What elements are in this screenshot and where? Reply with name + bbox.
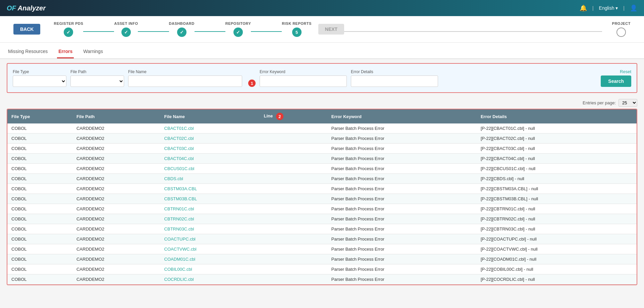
file-type-label: File Type — [13, 69, 66, 74]
cell-file-name: CBACT03C.cbl — [160, 144, 260, 154]
filter-group-error-details: Error Details — [351, 69, 438, 87]
table-row: COBOL CARDDEMO2 CBACT04C.cbl Parser Batc… — [7, 154, 637, 164]
cell-file-name: CBTRN02C.cbl — [160, 214, 260, 224]
file-name-link[interactable]: COCRDLIC.cbl — [164, 277, 194, 282]
cell-file-path: CARDDEMO2 — [72, 244, 160, 254]
file-name-link[interactable]: CBACT02C.cbl — [164, 136, 194, 141]
file-type-select[interactable]: COBOL — [13, 75, 66, 87]
tab-missing-resources[interactable]: Missing Resources — [7, 47, 49, 58]
step-dashboard: DASHBOARD ✓ — [169, 21, 195, 37]
cell-file-type: COBOL — [7, 264, 72, 274]
stepper: REGISTER PDS ✓ ASSET INFO ✓ DASHBOARD ✓ … — [54, 21, 311, 37]
table-row: COBOL CARDDEMO2 CBACT03C.cbl Parser Batc… — [7, 144, 637, 154]
step-repository-circle: ✓ — [233, 28, 243, 37]
col-header-file-path: File Path — [72, 109, 160, 123]
table-row: COBOL CARDDEMO2 CBSTM03B.CBL Parser Batc… — [7, 194, 637, 204]
cell-error-details: [P-22][COCRDLIC.cbl] - null — [477, 274, 637, 285]
cell-file-path: CARDDEMO2 — [72, 224, 160, 234]
cell-file-type: COBOL — [7, 254, 72, 264]
file-name-link[interactable]: CBSTM03A.CBL — [164, 186, 197, 191]
cell-file-name: CBCUS01C.cbl — [160, 164, 260, 174]
file-name-link[interactable]: COACTUPC.cbl — [164, 237, 196, 242]
cell-file-type: COBOL — [7, 194, 72, 204]
file-name-link[interactable]: COADM01C.cbl — [164, 257, 195, 262]
cell-error-details: [P-22][CBTRN03C.cbl] - null — [477, 224, 637, 234]
cell-file-type: COBOL — [7, 234, 72, 244]
cell-error-keyword: Parser Batch Process Error — [327, 154, 477, 164]
cell-file-type: COBOL — [7, 214, 72, 224]
entries-per-page-select[interactable]: 25 50 100 — [619, 99, 637, 107]
cell-error-details: [P-22][CBSTM03A.CBL] - null — [477, 184, 637, 194]
filter-group-error-keyword: Error Keyword — [260, 69, 347, 87]
file-name-link[interactable]: COBIL00C.cbl — [164, 267, 192, 272]
table-header-row: Entries per page: 25 50 100 — [0, 97, 644, 109]
table-row: COBOL CARDDEMO2 COACTVWC.cbl Parser Batc… — [7, 244, 637, 254]
file-name-link[interactable]: CBACT04C.cbl — [164, 156, 194, 161]
file-name-link[interactable]: CBDS.cbl — [164, 176, 183, 181]
cell-error-keyword: Parser Batch Process Error — [327, 224, 477, 234]
filter-group-file-type: File Type COBOL — [13, 69, 66, 87]
table-row: COBOL CARDDEMO2 COACTUPC.cbl Parser Batc… — [7, 234, 637, 244]
file-name-label: File Name — [128, 69, 242, 74]
file-path-select[interactable]: CARDDEMO2 — [70, 75, 124, 87]
back-button[interactable]: BACK — [13, 24, 40, 35]
file-name-link[interactable]: COACTVWC.cbl — [164, 247, 197, 252]
filter-row: File Type COBOL File Path CARDDEMO2 File… — [13, 69, 631, 87]
cell-error-keyword: Parser Batch Process Error — [327, 214, 477, 224]
errors-table: File Type File Path File Name Line 2 Err… — [7, 109, 637, 285]
reset-button[interactable]: Reset — [620, 69, 631, 74]
tab-warnings[interactable]: Warnings — [82, 47, 104, 58]
file-name-link[interactable]: CBACT01C.cbl — [164, 126, 194, 131]
step-repository-label: REPOSITORY — [225, 21, 251, 25]
cell-file-type: COBOL — [7, 244, 72, 254]
error-keyword-input[interactable] — [260, 75, 347, 87]
step-risk-reports-circle: 5 — [292, 28, 302, 37]
file-name-link[interactable]: CBCUS01C.cbl — [164, 166, 195, 171]
cell-line — [260, 144, 327, 154]
cell-file-name: CBACT01C.cbl — [160, 123, 260, 134]
cell-error-keyword: Parser Batch Process Error — [327, 254, 477, 264]
cell-file-path: CARDDEMO2 — [72, 194, 160, 204]
file-name-link[interactable]: CBTRN03C.cbl — [164, 226, 194, 232]
user-icon[interactable]: 👤 — [630, 4, 637, 12]
step-asset-info-label: ASSET INFO — [114, 21, 138, 25]
table-header: File Type File Path File Name Line 2 Err… — [7, 109, 637, 123]
cell-file-name: CBSTM03A.CBL — [160, 184, 260, 194]
cell-file-type: COBOL — [7, 274, 72, 285]
table-container: File Type File Path File Name Line 2 Err… — [7, 109, 637, 285]
table-row: COBOL CARDDEMO2 CBSTM03A.CBL Parser Batc… — [7, 184, 637, 194]
notification-icon[interactable]: 🔔 — [580, 4, 587, 12]
step-register-pds-circle: ✓ — [64, 28, 73, 37]
cell-file-name: COACTVWC.cbl — [160, 244, 260, 254]
table-row: COBOL CARDDEMO2 CBCUS01C.cbl Parser Batc… — [7, 164, 637, 174]
cell-error-details: [P-22][CBTRN01C.cbl] - null — [477, 204, 637, 214]
cell-line — [260, 164, 327, 174]
next-button[interactable]: NEXT — [318, 24, 344, 35]
cell-error-details: [P-22][CBACT02C.cbl] - null — [477, 134, 637, 144]
file-name-link[interactable]: CBTRN01C.cbl — [164, 206, 194, 211]
table-row: COBOL CARDDEMO2 CBTRN01C.cbl Parser Batc… — [7, 204, 637, 214]
project-circle — [616, 28, 626, 37]
cell-file-name: COADM01C.cbl — [160, 254, 260, 264]
error-details-input[interactable] — [351, 75, 438, 87]
stepper-bar: BACK REGISTER PDS ✓ ASSET INFO ✓ DASHBOA… — [0, 16, 644, 43]
search-button[interactable]: Search — [601, 75, 631, 87]
cell-file-type: COBOL — [7, 123, 72, 134]
tab-errors[interactable]: Errors — [57, 47, 74, 58]
cell-error-details: [P-22][CBACT03C.cbl] - null — [477, 144, 637, 154]
file-name-link[interactable]: CBTRN02C.cbl — [164, 216, 194, 221]
file-name-link[interactable]: CBACT03C.cbl — [164, 146, 194, 151]
step-risk-reports-label: RISK REPORTS — [282, 21, 312, 25]
table-row: COBOL CARDDEMO2 CBTRN03C.cbl Parser Batc… — [7, 224, 637, 234]
table-row: COBOL CARDDEMO2 COBIL00C.cbl Parser Batc… — [7, 264, 637, 274]
language-selector[interactable]: English ▾ — [599, 5, 618, 11]
cell-file-path: CARDDEMO2 — [72, 234, 160, 244]
cell-error-keyword: Parser Batch Process Error — [327, 274, 477, 285]
file-name-input[interactable] — [128, 75, 242, 87]
col-header-file-name: File Name — [160, 109, 260, 123]
file-name-link[interactable]: CBSTM03B.CBL — [164, 196, 197, 201]
cell-file-type: COBOL — [7, 164, 72, 174]
cell-error-keyword: Parser Batch Process Error — [327, 134, 477, 144]
col-header-error-keyword: Error Keyword — [327, 109, 477, 123]
step-dashboard-label: DASHBOARD — [169, 21, 195, 25]
